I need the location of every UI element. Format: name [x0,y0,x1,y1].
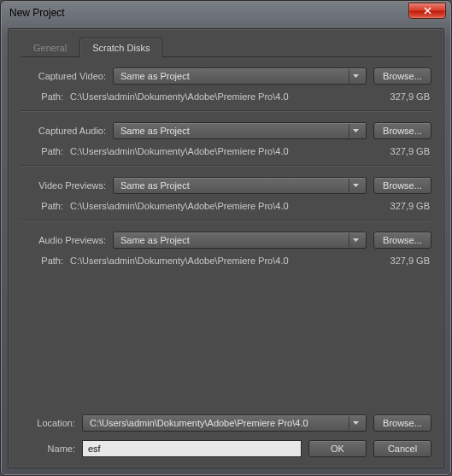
captured-audio-dropdown[interactable]: Same as Project [113,122,367,139]
divider [21,220,431,221]
titlebar[interactable]: New Project [1,1,451,25]
divider [21,110,431,112]
audio-previews-browse-button[interactable]: Browse... [373,232,431,249]
video-previews-path: C:\Users\admin\Dokumenty\Adobe\Premiere … [70,201,365,211]
location-label: Location: [21,418,82,428]
chevron-down-icon [349,124,362,138]
dialog-body: General Scratch Disks Captured Video: Sa… [8,28,444,468]
audio-previews-label: Audio Previews: [21,235,113,245]
captured-audio-browse-button[interactable]: Browse... [373,122,431,139]
audio-previews-dropdown[interactable]: Same as Project [113,232,367,249]
video-previews-browse-button[interactable]: Browse... [373,177,431,194]
ok-button[interactable]: OK [308,440,367,457]
captured-audio-label: Captured Audio: [21,126,113,136]
dialog-footer: Location: C:\Users\admin\Dokumenty\Adobe… [21,414,431,457]
video-previews-size: 327,9 GB [365,201,431,211]
video-previews-label: Video Previews: [21,180,113,191]
captured-video-size: 327,9 GB [365,91,431,102]
captured-audio-size: 327,9 GB [365,146,431,156]
name-label: Name: [21,444,82,454]
window-title: New Project [9,7,408,19]
captured-video-path: C:\Users\admin\Dokumenty\Adobe\Premiere … [70,91,365,102]
cancel-button[interactable]: Cancel [373,440,431,457]
tab-bar: General Scratch Disks [21,38,431,57]
captured-video-browse-button[interactable]: Browse... [373,68,431,85]
location-dropdown[interactable]: C:\Users\admin\Dokumenty\Adobe\Premiere … [82,414,367,432]
chevron-down-icon [349,416,362,430]
video-previews-dropdown[interactable]: Same as Project [113,177,367,194]
path-label: Path: [21,256,70,266]
location-browse-button[interactable]: Browse... [373,414,431,432]
chevron-down-icon [349,69,362,83]
captured-video-label: Captured Video: [21,71,113,81]
path-label: Path: [21,201,70,211]
chevron-down-icon [349,179,362,192]
path-label: Path: [21,146,70,156]
divider [21,165,431,167]
name-input[interactable] [82,440,302,457]
close-button[interactable] [408,3,446,19]
path-label: Path: [21,91,70,102]
audio-previews-size: 327,9 GB [365,256,431,266]
close-icon [423,7,432,15]
audio-previews-section: Audio Previews: Same as Project Browse..… [21,232,431,266]
video-previews-section: Video Previews: Same as Project Browse..… [21,177,431,211]
new-project-dialog: New Project General Scratch Disks Captur… [0,0,452,476]
captured-video-section: Captured Video: Same as Project Browse..… [21,68,431,102]
captured-video-dropdown[interactable]: Same as Project [113,68,367,85]
chevron-down-icon [349,233,362,247]
tab-scratch-disks[interactable]: Scratch Disks [79,38,162,57]
tab-general[interactable]: General [21,38,79,57]
audio-previews-path: C:\Users\admin\Dokumenty\Adobe\Premiere … [70,256,365,266]
captured-audio-section: Captured Audio: Same as Project Browse..… [21,122,431,156]
scratch-disks-panel: Captured Video: Same as Project Browse..… [21,68,431,414]
captured-audio-path: C:\Users\admin\Dokumenty\Adobe\Premiere … [70,146,365,156]
